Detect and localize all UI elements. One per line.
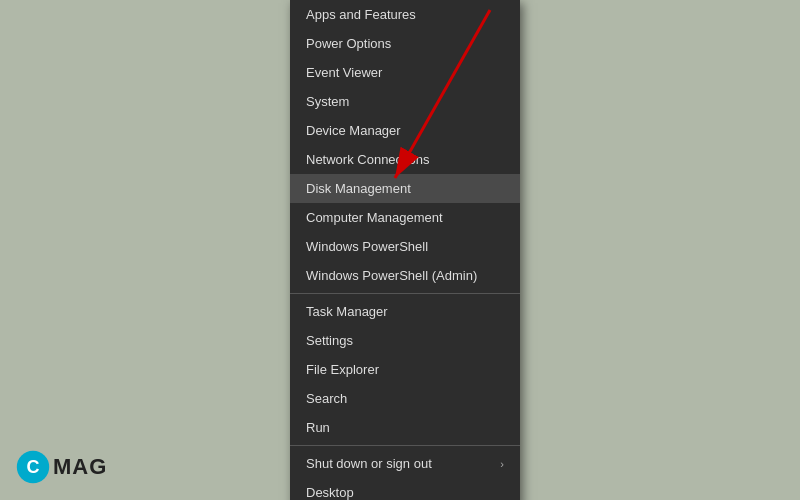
menu-item-label-system: System	[306, 94, 349, 109]
menu-item-search[interactable]: Search	[290, 384, 520, 413]
desktop: Apps and FeaturesPower OptionsEvent View…	[0, 0, 800, 500]
submenu-chevron-shut-down-sign-out: ›	[500, 458, 504, 470]
menu-item-desktop[interactable]: Desktop	[290, 478, 520, 500]
menu-item-apps-features[interactable]: Apps and Features	[290, 0, 520, 29]
menu-item-windows-powershell-admin[interactable]: Windows PowerShell (Admin)	[290, 261, 520, 290]
menu-item-label-network-connections: Network Connections	[306, 152, 430, 167]
menu-item-task-manager[interactable]: Task Manager	[290, 297, 520, 326]
menu-item-label-task-manager: Task Manager	[306, 304, 388, 319]
menu-item-label-desktop: Desktop	[306, 485, 354, 500]
menu-item-label-shut-down-sign-out: Shut down or sign out	[306, 456, 432, 471]
menu-item-device-manager[interactable]: Device Manager	[290, 116, 520, 145]
menu-separator	[290, 445, 520, 446]
menu-item-label-settings: Settings	[306, 333, 353, 348]
menu-item-settings[interactable]: Settings	[290, 326, 520, 355]
logo-text: MAG	[53, 454, 107, 480]
menu-item-label-windows-powershell-admin: Windows PowerShell (Admin)	[306, 268, 477, 283]
menu-item-label-power-options: Power Options	[306, 36, 391, 51]
menu-item-label-file-explorer: File Explorer	[306, 362, 379, 377]
menu-item-label-device-manager: Device Manager	[306, 123, 401, 138]
logo: C MAG	[15, 449, 107, 485]
menu-item-event-viewer[interactable]: Event Viewer	[290, 58, 520, 87]
menu-item-disk-management[interactable]: Disk Management	[290, 174, 520, 203]
menu-item-label-disk-management: Disk Management	[306, 181, 411, 196]
menu-item-label-run: Run	[306, 420, 330, 435]
menu-item-computer-management[interactable]: Computer Management	[290, 203, 520, 232]
menu-item-run[interactable]: Run	[290, 413, 520, 442]
menu-item-label-search: Search	[306, 391, 347, 406]
menu-item-label-apps-features: Apps and Features	[306, 7, 416, 22]
menu-item-shut-down-sign-out[interactable]: Shut down or sign out›	[290, 449, 520, 478]
menu-item-power-options[interactable]: Power Options	[290, 29, 520, 58]
menu-item-file-explorer[interactable]: File Explorer	[290, 355, 520, 384]
menu-item-windows-powershell[interactable]: Windows PowerShell	[290, 232, 520, 261]
logo-icon: C	[15, 449, 51, 485]
svg-text:C: C	[27, 457, 40, 477]
menu-item-network-connections[interactable]: Network Connections	[290, 145, 520, 174]
context-menu: Apps and FeaturesPower OptionsEvent View…	[290, 0, 520, 500]
menu-item-label-computer-management: Computer Management	[306, 210, 443, 225]
menu-item-system[interactable]: System	[290, 87, 520, 116]
menu-separator	[290, 293, 520, 294]
menu-item-label-event-viewer: Event Viewer	[306, 65, 382, 80]
menu-item-label-windows-powershell: Windows PowerShell	[306, 239, 428, 254]
